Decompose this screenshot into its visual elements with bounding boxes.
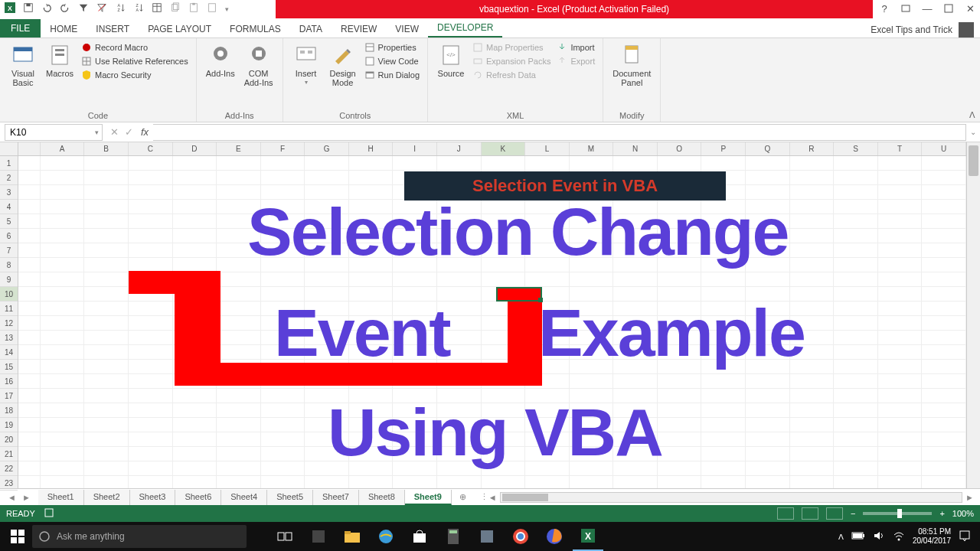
calculator-icon[interactable] bbox=[438, 522, 469, 551]
row-header[interactable]: 1 bbox=[0, 156, 18, 171]
sheet-tab[interactable]: Sheet9 bbox=[405, 490, 452, 505]
visual-basic-button[interactable]: Visual Basic bbox=[6, 41, 40, 109]
page-layout-view-icon[interactable] bbox=[802, 507, 818, 520]
cancel-formula-icon[interactable]: ✕ bbox=[110, 126, 119, 138]
com-addins-button[interactable]: COM Add-Ins bbox=[241, 41, 276, 109]
column-header[interactable]: K bbox=[482, 142, 526, 155]
zoom-out-icon[interactable]: − bbox=[851, 509, 855, 518]
macro-record-icon[interactable] bbox=[44, 508, 54, 519]
table-icon[interactable] bbox=[152, 2, 162, 16]
row-header[interactable]: 9 bbox=[0, 272, 18, 287]
import-button[interactable]: Import bbox=[555, 41, 596, 54]
column-header[interactable]: D bbox=[173, 142, 217, 155]
tab-developer[interactable]: DEVELOPER bbox=[428, 19, 502, 37]
collapse-ribbon-icon[interactable]: ᐱ bbox=[969, 110, 975, 120]
normal-view-icon[interactable] bbox=[777, 507, 794, 520]
row-header[interactable]: 16 bbox=[0, 374, 18, 389]
design-mode-button[interactable]: Design Mode bbox=[326, 41, 360, 109]
column-header[interactable]: B bbox=[84, 142, 129, 155]
row-header[interactable]: 14 bbox=[0, 345, 18, 360]
page-break-view-icon[interactable] bbox=[826, 507, 843, 520]
row-header[interactable]: 12 bbox=[0, 316, 18, 331]
enter-formula-icon[interactable]: ✓ bbox=[125, 126, 133, 138]
tab-file[interactable]: FILE bbox=[0, 19, 41, 37]
row-header[interactable]: 13 bbox=[0, 331, 18, 345]
undo-icon[interactable] bbox=[41, 2, 52, 16]
row-header[interactable]: 18 bbox=[0, 403, 18, 418]
redo-icon[interactable] bbox=[60, 2, 70, 16]
row-header[interactable]: 19 bbox=[0, 418, 18, 432]
column-header[interactable]: I bbox=[393, 142, 437, 155]
excel-taskbar-icon[interactable]: X bbox=[573, 522, 603, 551]
qat-dropdown-icon[interactable]: ▾ bbox=[225, 5, 229, 13]
notifications-icon[interactable] bbox=[959, 530, 971, 543]
store-icon[interactable] bbox=[404, 522, 435, 551]
row-header[interactable]: 15 bbox=[0, 360, 18, 374]
column-header[interactable]: M bbox=[570, 142, 614, 155]
row-header[interactable]: 17 bbox=[0, 389, 18, 403]
document-panel-button[interactable]: Document Panel bbox=[609, 41, 654, 109]
tab-data[interactable]: DATA bbox=[290, 21, 332, 37]
tab-home[interactable]: HOME bbox=[41, 21, 87, 37]
firefox-icon[interactable] bbox=[539, 522, 570, 551]
row-header[interactable]: 5 bbox=[0, 214, 18, 229]
sheet-tab[interactable]: Sheet3 bbox=[130, 490, 176, 505]
column-header[interactable]: E bbox=[217, 142, 261, 155]
column-header[interactable]: A bbox=[41, 142, 85, 155]
export-button[interactable]: Export bbox=[555, 55, 596, 67]
column-header[interactable]: H bbox=[349, 142, 394, 155]
sheet-tab[interactable]: Sheet5 bbox=[267, 490, 313, 505]
chrome-icon[interactable] bbox=[505, 522, 536, 551]
record-macro-button[interactable]: Record Macro bbox=[80, 41, 190, 54]
tab-review[interactable]: REVIEW bbox=[332, 21, 386, 37]
row-header[interactable]: 3 bbox=[0, 185, 18, 200]
column-header[interactable]: P bbox=[701, 142, 746, 155]
zoom-level[interactable]: 100% bbox=[952, 509, 974, 518]
column-header[interactable]: N bbox=[613, 142, 658, 155]
task-view-icon[interactable] bbox=[270, 522, 300, 551]
sheet-tab[interactable]: Sheet7 bbox=[313, 490, 359, 505]
row-header[interactable]: 11 bbox=[0, 302, 18, 316]
tab-insert[interactable]: INSERT bbox=[87, 21, 139, 37]
formula-input[interactable] bbox=[153, 124, 966, 141]
column-header[interactable]: C bbox=[129, 142, 173, 155]
hscroll-right-icon[interactable]: ► bbox=[965, 493, 974, 502]
avatar-icon[interactable] bbox=[959, 22, 974, 37]
column-header[interactable]: T bbox=[878, 142, 923, 155]
name-box[interactable]: K10 bbox=[5, 124, 103, 141]
copy-icon[interactable] bbox=[170, 2, 181, 16]
wifi-icon[interactable] bbox=[893, 530, 905, 543]
macros-button[interactable]: Macros bbox=[43, 41, 77, 109]
sheet-tab[interactable]: Sheet6 bbox=[175, 490, 221, 505]
ribbon-display-icon[interactable] bbox=[899, 2, 913, 15]
clear-filter-icon[interactable] bbox=[96, 2, 107, 16]
close-icon[interactable]: ✕ bbox=[963, 2, 977, 15]
expansion-packs-button[interactable]: Expansion Packs bbox=[471, 55, 552, 67]
battery-icon[interactable] bbox=[851, 531, 865, 542]
properties-button[interactable]: Properties bbox=[363, 41, 421, 54]
sort-za-icon[interactable]: ZA bbox=[133, 2, 144, 16]
column-header[interactable]: S bbox=[834, 142, 878, 155]
row-header[interactable]: 22 bbox=[0, 461, 18, 476]
spreadsheet-grid[interactable]: 1234567891011121314151617181920212223 AB… bbox=[0, 142, 980, 488]
taskbar-app-icon[interactable] bbox=[303, 522, 334, 551]
expand-formula-icon[interactable]: ⌄ bbox=[966, 128, 980, 136]
internet-explorer-icon[interactable] bbox=[371, 522, 401, 551]
insert-control-button[interactable]: Insert ▾ bbox=[289, 41, 323, 109]
tab-view[interactable]: VIEW bbox=[386, 21, 428, 37]
select-all-button[interactable] bbox=[0, 142, 18, 156]
run-dialog-button[interactable]: Run Dialog bbox=[363, 69, 421, 81]
sheet-tab[interactable]: Sheet2 bbox=[84, 490, 130, 505]
account-label[interactable]: Excel Tips and Trick bbox=[871, 24, 952, 35]
cortana-search[interactable]: Ask me anything bbox=[32, 525, 247, 548]
row-header[interactable]: 21 bbox=[0, 447, 18, 461]
row-header[interactable]: 6 bbox=[0, 229, 18, 243]
column-header[interactable]: U bbox=[922, 142, 966, 155]
row-header[interactable]: 8 bbox=[0, 258, 18, 272]
source-button[interactable]: </> Source bbox=[434, 41, 468, 109]
hscroll-left-icon[interactable]: ◄ bbox=[488, 493, 497, 502]
column-header[interactable]: R bbox=[790, 142, 835, 155]
tab-formulas[interactable]: FORMULAS bbox=[220, 21, 290, 37]
horizontal-scrollbar[interactable] bbox=[500, 492, 962, 503]
sort-az-icon[interactable]: AZ bbox=[115, 2, 126, 16]
